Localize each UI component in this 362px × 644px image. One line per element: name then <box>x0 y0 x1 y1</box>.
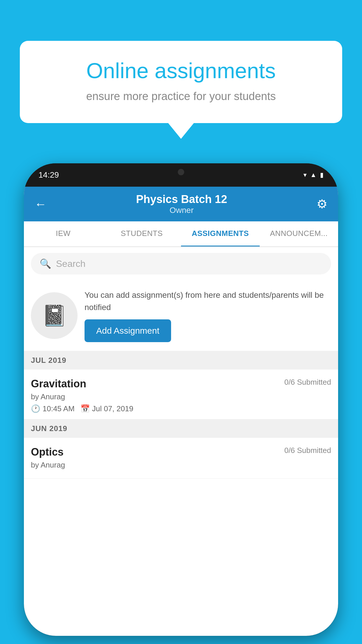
search-container: 🔍 Search <box>24 247 338 280</box>
promo-description: You can add assignment(s) from here and … <box>85 289 331 314</box>
back-button[interactable]: ← <box>34 197 47 211</box>
assignment-item-optics[interactable]: Optics 0/6 Submitted by Anurag <box>24 438 338 479</box>
assignment-date-meta: 📅 Jul 07, 2019 <box>80 404 133 413</box>
battery-icon: ▮ <box>320 171 324 179</box>
add-assignment-button[interactable]: Add Assignment <box>85 319 171 342</box>
speech-bubble-arrow <box>168 123 194 139</box>
assignment-time: 10:45 AM <box>43 404 75 413</box>
assignment-optics-submitted: 0/6 Submitted <box>284 446 331 455</box>
assignment-item-gravitation[interactable]: Gravitation 0/6 Submitted by Anurag 🕐 10… <box>24 370 338 419</box>
app-screen: ← Physics Batch 12 Owner ⚙ IEW STUDENTS … <box>24 187 338 636</box>
assignment-top-row: Gravitation 0/6 Submitted <box>31 378 331 390</box>
calendar-icon: 📅 <box>80 404 90 413</box>
tab-students[interactable]: STUDENTS <box>103 221 181 246</box>
wifi-icon: ▾ <box>303 171 307 179</box>
assignment-by: by Anurag <box>31 392 331 401</box>
speech-bubble: Online assignments ensure more practice … <box>20 41 342 123</box>
assignment-submitted: 0/6 Submitted <box>284 378 331 387</box>
assignment-optics-name: Optics <box>31 446 64 458</box>
tab-iew[interactable]: IEW <box>24 221 103 246</box>
notebook-icon: 📓 <box>42 304 67 328</box>
speech-bubble-container: Online assignments ensure more practice … <box>20 41 342 139</box>
header-center: Physics Batch 12 Owner <box>136 193 227 215</box>
assignment-date: Jul 07, 2019 <box>92 404 133 413</box>
section-header-jul: JUL 2019 <box>24 351 338 370</box>
status-icons: ▾ ▲ ▮ <box>303 171 324 179</box>
assignment-optics-by: by Anurag <box>31 461 331 470</box>
phone-notch <box>158 163 204 181</box>
promo-section: 📓 You can add assignment(s) from here an… <box>24 280 338 351</box>
status-time: 14:29 <box>38 170 59 180</box>
app-header: ← Physics Batch 12 Owner ⚙ <box>24 187 338 221</box>
signal-icon: ▲ <box>310 171 317 179</box>
settings-icon[interactable]: ⚙ <box>317 197 328 211</box>
section-header-jun: JUN 2019 <box>24 419 338 438</box>
tab-assignments[interactable]: ASSIGNMENTS <box>181 221 260 246</box>
header-subtitle: Owner <box>136 206 227 215</box>
clock-icon: 🕐 <box>31 404 40 413</box>
tabs-bar: IEW STUDENTS ASSIGNMENTS ANNOUNCEM... <box>24 221 338 247</box>
speech-bubble-subtitle: ensure more practice for your students <box>40 90 322 103</box>
header-title: Physics Batch 12 <box>136 193 227 206</box>
phone-frame: 14:29 ▾ ▲ ▮ ← Physics Batch 12 Owner ⚙ I… <box>24 163 338 636</box>
speech-bubble-title: Online assignments <box>40 58 322 83</box>
phone-top-bar: 14:29 ▾ ▲ ▮ <box>24 163 338 187</box>
search-bar[interactable]: 🔍 Search <box>31 253 331 274</box>
search-icon: 🔍 <box>40 258 51 269</box>
assignment-name: Gravitation <box>31 378 86 390</box>
promo-icon-circle: 📓 <box>31 292 78 339</box>
camera-dot <box>178 169 184 175</box>
assignment-time-meta: 🕐 10:45 AM <box>31 404 75 413</box>
promo-text-side: You can add assignment(s) from here and … <box>85 289 331 342</box>
search-input[interactable]: Search <box>56 258 85 269</box>
assignment-optics-top-row: Optics 0/6 Submitted <box>31 446 331 458</box>
tab-announcements[interactable]: ANNOUNCEM... <box>260 221 338 246</box>
assignment-meta: 🕐 10:45 AM 📅 Jul 07, 2019 <box>31 404 331 413</box>
